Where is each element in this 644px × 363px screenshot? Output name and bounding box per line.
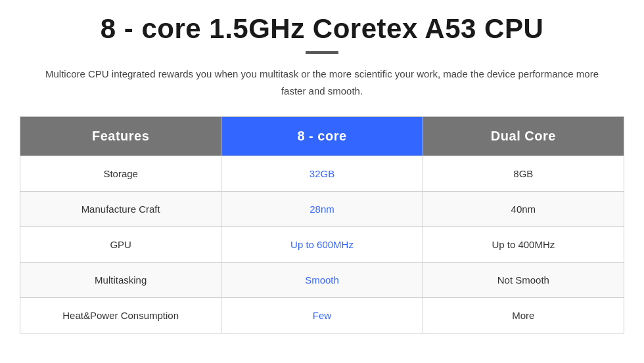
cell-feature: Heat&Power Consumption [20, 298, 221, 333]
table-row: Manufacture Craft28nm40nm [20, 192, 624, 227]
cell-dualcore: More [423, 298, 624, 333]
cell-dualcore: Not Smooth [423, 263, 624, 298]
table-row: Heat&Power ConsumptionFewMore [20, 298, 624, 333]
cell-8core: Smooth [221, 263, 423, 298]
table-row: MultitaskingSmoothNot Smooth [20, 263, 624, 298]
cell-dualcore: Up to 400MHz [423, 227, 624, 263]
cell-dualcore: 8GB [423, 156, 624, 192]
page-title: 8 - core 1.5GHz Coretex A53 CPU [101, 13, 544, 45]
cell-feature: GPU [20, 227, 221, 263]
cell-feature: Storage [20, 156, 221, 192]
table-row: Storage32GB8GB [20, 156, 624, 192]
cell-8core: Up to 600MHz [221, 227, 423, 263]
comparison-table: Features 8 - core Dual Core Storage32GB8… [20, 116, 624, 333]
cell-feature: Multitasking [20, 263, 221, 298]
header-dualcore: Dual Core [423, 117, 624, 156]
cell-8core: Few [221, 298, 423, 333]
header-features: Features [20, 117, 221, 156]
cell-8core: 28nm [221, 192, 423, 227]
cell-dualcore: 40nm [423, 192, 624, 227]
header-8core: 8 - core [221, 117, 423, 156]
table-row: GPUUp to 600MHzUp to 400MHz [20, 227, 624, 263]
cell-8core: 32GB [221, 156, 423, 192]
cell-feature: Manufacture Craft [20, 192, 221, 227]
title-divider [306, 51, 338, 54]
subtitle: Multicore CPU integrated rewards you whe… [39, 66, 605, 99]
